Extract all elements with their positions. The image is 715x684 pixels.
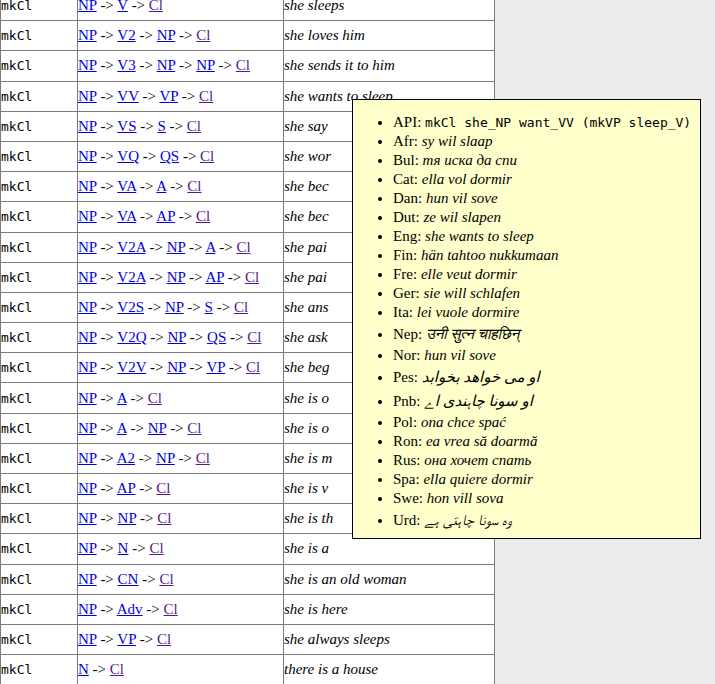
type-link-np[interactable]: NP bbox=[78, 420, 97, 436]
type-link-np[interactable]: NP bbox=[78, 601, 97, 617]
type-link-ap[interactable]: AP bbox=[205, 269, 224, 285]
type-link-np[interactable]: NP bbox=[78, 571, 97, 587]
type-link-s[interactable]: S bbox=[157, 118, 165, 134]
type-link-np[interactable]: NP bbox=[78, 540, 97, 556]
arrow-separator: -> bbox=[97, 420, 117, 436]
type-link-vq[interactable]: VQ bbox=[117, 148, 139, 164]
type-link-a[interactable]: A bbox=[117, 420, 127, 436]
type-link-np[interactable]: NP bbox=[78, 480, 97, 496]
example-cell[interactable]: she is here bbox=[284, 594, 495, 624]
type-link-a[interactable]: A bbox=[117, 390, 127, 406]
type-link-cl[interactable]: Cl bbox=[110, 661, 124, 677]
type-link-np[interactable]: NP bbox=[167, 239, 186, 255]
type-link-np[interactable]: NP bbox=[78, 27, 97, 43]
type-link-np[interactable]: NP bbox=[148, 420, 167, 436]
type-link-np[interactable]: NP bbox=[78, 299, 97, 315]
type-link-cl[interactable]: Cl bbox=[149, 0, 163, 13]
type-link-adv[interactable]: Adv bbox=[117, 601, 143, 617]
type-link-np[interactable]: NP bbox=[78, 178, 97, 194]
type-link-np[interactable]: NP bbox=[78, 450, 97, 466]
language-label: Swe: bbox=[393, 490, 423, 506]
type-link-ap[interactable]: AP bbox=[156, 208, 175, 224]
type-link-a[interactable]: A bbox=[156, 178, 166, 194]
type-link-np[interactable]: NP bbox=[78, 269, 97, 285]
type-link-cl[interactable]: Cl bbox=[149, 540, 163, 556]
type-link-cl[interactable]: Cl bbox=[236, 57, 250, 73]
type-link-cl[interactable]: Cl bbox=[157, 510, 171, 526]
type-link-cl[interactable]: Cl bbox=[245, 269, 259, 285]
type-link-cl[interactable]: Cl bbox=[247, 329, 261, 345]
type-link-qs[interactable]: QS bbox=[160, 148, 179, 164]
type-link-vs[interactable]: VS bbox=[117, 118, 136, 134]
function-name-cell: mkCl bbox=[1, 474, 78, 504]
type-link-vp[interactable]: VP bbox=[207, 359, 226, 375]
type-link-a2[interactable]: A2 bbox=[117, 450, 135, 466]
type-link-np[interactable]: NP bbox=[78, 148, 97, 164]
type-link-qs[interactable]: QS bbox=[207, 329, 226, 345]
type-link-a[interactable]: A bbox=[205, 239, 215, 255]
example-cell[interactable]: she sleeps bbox=[284, 0, 495, 21]
type-link-v2a[interactable]: V2A bbox=[117, 239, 145, 255]
type-link-np[interactable]: NP bbox=[78, 57, 97, 73]
type-link-np[interactable]: NP bbox=[78, 510, 97, 526]
type-link-v2s[interactable]: V2S bbox=[117, 299, 144, 315]
type-link-v2q[interactable]: V2Q bbox=[117, 329, 146, 345]
type-link-n[interactable]: N bbox=[118, 540, 129, 556]
type-link-np[interactable]: NP bbox=[196, 57, 215, 73]
type-link-cl[interactable]: Cl bbox=[236, 239, 250, 255]
type-link-np[interactable]: NP bbox=[78, 359, 97, 375]
type-link-np[interactable]: NP bbox=[78, 329, 97, 345]
type-link-va[interactable]: VA bbox=[117, 178, 136, 194]
type-link-vv[interactable]: VV bbox=[117, 88, 138, 104]
type-link-n[interactable]: N bbox=[78, 661, 89, 677]
function-name-cell: mkCl bbox=[1, 564, 78, 594]
type-link-cl[interactable]: Cl bbox=[199, 88, 213, 104]
type-link-np[interactable]: NP bbox=[78, 390, 97, 406]
type-link-cl[interactable]: Cl bbox=[159, 571, 173, 587]
example-cell[interactable]: she sends it to him bbox=[284, 51, 495, 81]
type-link-np[interactable]: NP bbox=[157, 57, 176, 73]
type-link-cl[interactable]: Cl bbox=[164, 601, 178, 617]
type-link-np[interactable]: NP bbox=[167, 269, 186, 285]
type-link-cl[interactable]: Cl bbox=[234, 299, 248, 315]
type-link-cl[interactable]: Cl bbox=[196, 27, 210, 43]
type-link-vp[interactable]: VP bbox=[117, 631, 136, 647]
type-link-np[interactable]: NP bbox=[78, 239, 97, 255]
type-link-np[interactable]: NP bbox=[118, 510, 137, 526]
type-link-np[interactable]: NP bbox=[78, 208, 97, 224]
type-link-va[interactable]: VA bbox=[117, 208, 136, 224]
type-link-np[interactable]: NP bbox=[156, 450, 175, 466]
type-link-ap[interactable]: AP bbox=[117, 480, 136, 496]
type-link-v2[interactable]: V2 bbox=[117, 27, 135, 43]
type-link-s[interactable]: S bbox=[205, 299, 213, 315]
type-link-v2v[interactable]: V2V bbox=[117, 359, 146, 375]
type-link-np[interactable]: NP bbox=[78, 88, 97, 104]
type-link-np[interactable]: NP bbox=[167, 359, 186, 375]
type-link-np[interactable]: NP bbox=[167, 329, 186, 345]
type-link-cl[interactable]: Cl bbox=[157, 631, 171, 647]
type-link-np[interactable]: NP bbox=[78, 631, 97, 647]
type-link-v3[interactable]: V3 bbox=[117, 57, 135, 73]
arrow-separator: -> bbox=[97, 118, 118, 134]
type-link-np[interactable]: NP bbox=[78, 0, 97, 13]
type-link-cl[interactable]: Cl bbox=[200, 148, 214, 164]
example-cell[interactable]: there is a house bbox=[284, 655, 495, 684]
type-link-cl[interactable]: Cl bbox=[156, 480, 170, 496]
type-link-cl[interactable]: Cl bbox=[246, 359, 260, 375]
type-link-v2a[interactable]: V2A bbox=[117, 269, 145, 285]
example-cell[interactable]: she loves him bbox=[284, 21, 495, 51]
type-link-cl[interactable]: Cl bbox=[196, 450, 210, 466]
type-link-vp[interactable]: VP bbox=[159, 88, 178, 104]
example-cell[interactable]: she is an old woman bbox=[284, 564, 495, 594]
type-link-v[interactable]: V bbox=[117, 0, 128, 13]
type-link-cl[interactable]: Cl bbox=[187, 118, 201, 134]
type-link-cl[interactable]: Cl bbox=[148, 390, 162, 406]
type-link-np[interactable]: NP bbox=[165, 299, 184, 315]
type-link-cl[interactable]: Cl bbox=[187, 420, 201, 436]
type-link-cl[interactable]: Cl bbox=[187, 178, 201, 194]
type-link-cl[interactable]: Cl bbox=[196, 208, 210, 224]
type-link-cn[interactable]: CN bbox=[118, 571, 139, 587]
example-cell[interactable]: she always sleeps bbox=[284, 624, 495, 654]
type-link-np[interactable]: NP bbox=[78, 118, 97, 134]
type-link-np[interactable]: NP bbox=[157, 27, 176, 43]
